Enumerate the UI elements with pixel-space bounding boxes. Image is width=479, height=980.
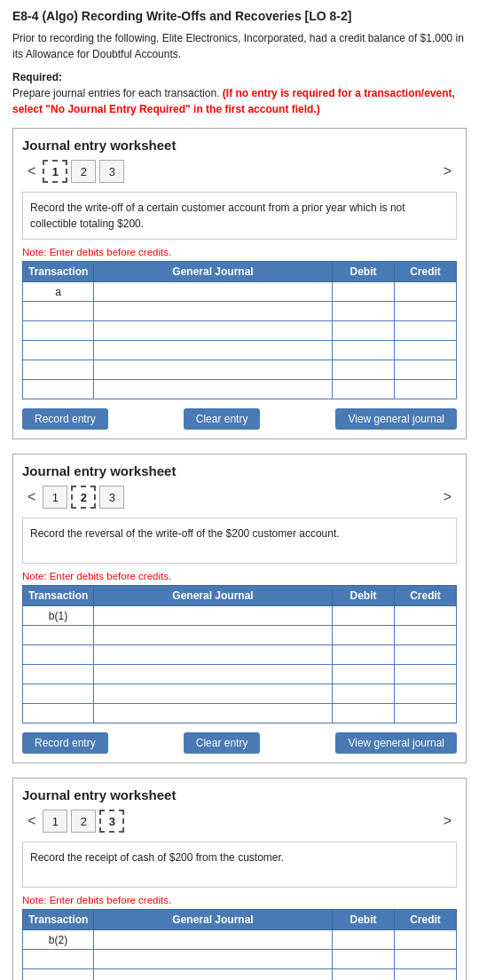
- worksheet-3-description: Record the receipt of cash of $200 from …: [22, 842, 457, 888]
- col-transaction-2: Transaction: [23, 586, 94, 606]
- worksheet-2-description: Record the reversal of the write-off of …: [22, 518, 457, 564]
- journal-input-2-6[interactable]: [94, 704, 333, 723]
- col-debit-1: Debit: [333, 262, 395, 282]
- col-transaction-1: Transaction: [23, 262, 94, 282]
- tab-1-btn-1[interactable]: 1: [43, 160, 67, 183]
- credit-input-1-1[interactable]: [395, 282, 457, 302]
- credit-input-2-3[interactable]: [395, 645, 457, 665]
- worksheet-3: Journal entry worksheet < 1 2 3 > Record…: [12, 778, 467, 980]
- credit-input-2-4[interactable]: [395, 665, 457, 684]
- col-debit-2: Debit: [333, 586, 395, 606]
- debit-input-2-1[interactable]: [333, 606, 395, 626]
- journal-input-3-1[interactable]: [94, 930, 333, 950]
- debit-input-2-2[interactable]: [333, 626, 395, 645]
- tab-2-btn-3[interactable]: 3: [99, 486, 124, 509]
- clear-entry-button-1[interactable]: Clear entry: [184, 408, 261, 430]
- debit-input-2-6[interactable]: [333, 704, 395, 723]
- journal-input-1-6[interactable]: [94, 380, 333, 399]
- tab-2-btn-2[interactable]: 2: [71, 486, 96, 509]
- tab-nav-3: < 1 2 3 >: [22, 810, 457, 833]
- nav-next-3[interactable]: >: [438, 813, 457, 829]
- view-journal-button-2[interactable]: View general journal: [335, 732, 457, 754]
- debit-input-2-4[interactable]: [333, 665, 395, 684]
- table-row: [23, 645, 457, 665]
- view-journal-button-1[interactable]: View general journal: [335, 408, 457, 430]
- nav-prev-1[interactable]: <: [22, 163, 41, 179]
- tab-2-btn-1[interactable]: 1: [43, 486, 67, 509]
- journal-table-2: Transaction General Journal Debit Credit…: [22, 585, 457, 723]
- journal-input-1-3[interactable]: [94, 321, 333, 341]
- journal-table-3: Transaction General Journal Debit Credit…: [22, 909, 457, 980]
- tab-nav-2: < 1 2 3 >: [22, 486, 457, 509]
- table-row: [23, 665, 457, 684]
- debit-input-3-1[interactable]: [333, 930, 395, 950]
- worksheet-2-title: Journal entry worksheet: [22, 463, 457, 478]
- transaction-label-1: a: [23, 282, 94, 302]
- record-entry-button-1[interactable]: Record entry: [22, 408, 108, 430]
- tab-1-btn-3[interactable]: 3: [99, 160, 124, 183]
- table-row: a: [23, 282, 457, 302]
- credit-input-3-3[interactable]: [395, 969, 457, 981]
- transaction-label-2: b(1): [23, 606, 94, 626]
- journal-input-2-2[interactable]: [94, 626, 333, 645]
- debit-input-3-2[interactable]: [333, 950, 395, 969]
- table-row: [23, 969, 457, 981]
- debit-input-1-5[interactable]: [333, 360, 395, 380]
- journal-input-1-4[interactable]: [94, 341, 333, 360]
- journal-input-2-4[interactable]: [94, 665, 333, 684]
- credit-input-2-5[interactable]: [395, 684, 457, 704]
- col-transaction-3: Transaction: [23, 910, 94, 930]
- debit-input-1-6[interactable]: [333, 380, 395, 399]
- instruction-text: Prepare journal entries for each transac…: [12, 85, 467, 117]
- tab-3-btn-3[interactable]: 3: [99, 810, 124, 833]
- nav-next-2[interactable]: >: [438, 489, 457, 505]
- credit-input-1-4[interactable]: [395, 341, 457, 360]
- tab-3-btn-2[interactable]: 2: [71, 810, 96, 833]
- nav-prev-2[interactable]: <: [22, 489, 41, 505]
- table-row: b(2): [23, 930, 457, 950]
- nav-next-1[interactable]: >: [438, 163, 457, 179]
- worksheet-3-note: Note: Enter debits before credits.: [22, 895, 457, 905]
- debit-input-1-4[interactable]: [333, 341, 395, 360]
- record-entry-button-2[interactable]: Record entry: [22, 732, 108, 754]
- journal-input-2-3[interactable]: [94, 645, 333, 665]
- page-title: E8-4 (Algo) Recording Write-Offs and Rec…: [12, 9, 467, 23]
- table-row: [23, 341, 457, 360]
- journal-input-2-1[interactable]: [94, 606, 333, 626]
- credit-input-2-2[interactable]: [395, 626, 457, 645]
- worksheet-1: Journal entry worksheet < 1 2 3 > Record…: [12, 128, 467, 439]
- instruction-plain: Prepare journal entries for each transac…: [12, 87, 223, 99]
- tab-3-btn-1[interactable]: 1: [43, 810, 67, 833]
- debit-input-2-3[interactable]: [333, 645, 395, 665]
- clear-entry-button-2[interactable]: Clear entry: [184, 732, 261, 754]
- journal-input-2-5[interactable]: [94, 684, 333, 704]
- journal-input-1-2[interactable]: [94, 302, 333, 321]
- journal-input-3-3[interactable]: [94, 969, 333, 981]
- nav-prev-3[interactable]: <: [22, 813, 41, 829]
- col-credit-2: Credit: [395, 586, 457, 606]
- debit-input-1-2[interactable]: [333, 302, 395, 321]
- credit-input-2-1[interactable]: [395, 606, 457, 626]
- col-credit-3: Credit: [395, 910, 457, 930]
- journal-input-3-2[interactable]: [94, 950, 333, 969]
- credit-input-1-3[interactable]: [395, 321, 457, 341]
- credit-input-1-6[interactable]: [395, 380, 457, 399]
- journal-input-1-1[interactable]: [94, 282, 333, 302]
- table-row: [23, 626, 457, 645]
- credit-input-1-2[interactable]: [395, 302, 457, 321]
- btn-row-1: Record entry Clear entry View general jo…: [22, 408, 457, 430]
- debit-input-1-1[interactable]: [333, 282, 395, 302]
- tab-nav-1: < 1 2 3 >: [22, 160, 457, 183]
- credit-input-1-5[interactable]: [395, 360, 457, 380]
- col-journal-2: General Journal: [94, 586, 333, 606]
- debit-input-1-3[interactable]: [333, 321, 395, 341]
- credit-input-2-6[interactable]: [395, 704, 457, 723]
- credit-input-3-1[interactable]: [395, 930, 457, 950]
- tab-1-btn-2[interactable]: 2: [71, 160, 96, 183]
- debit-input-3-3[interactable]: [333, 969, 395, 981]
- table-row: [23, 380, 457, 399]
- debit-input-2-5[interactable]: [333, 684, 395, 704]
- journal-input-1-5[interactable]: [94, 360, 333, 380]
- credit-input-3-2[interactable]: [395, 950, 457, 969]
- journal-table-1: Transaction General Journal Debit Credit…: [22, 261, 457, 399]
